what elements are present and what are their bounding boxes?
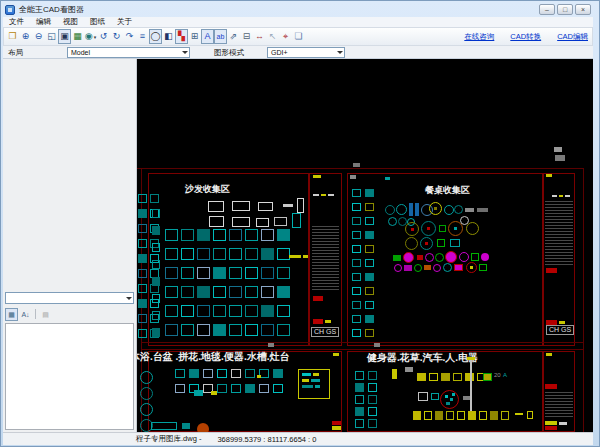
background-toggle-icon[interactable]: ◧: [162, 29, 175, 44]
rotate-180-icon-glyph: ↷: [126, 32, 134, 41]
dining-left-column: [352, 245, 361, 253]
cad-block: [559, 195, 563, 197]
circle-osnap-icon[interactable]: ◯: [149, 29, 162, 44]
fit-view-icon[interactable]: ◱: [45, 29, 58, 44]
rotate-right-icon[interactable]: ↻: [110, 29, 123, 44]
full-extent-icon[interactable]: ▣: [58, 29, 71, 44]
cad-block: [459, 252, 469, 262]
status-filename: 程子专用图库.dwg -: [136, 434, 201, 444]
cad-block: [292, 213, 301, 228]
cad-block: [452, 393, 455, 396]
grid-icon[interactable]: ⊞: [188, 29, 201, 44]
cad-dot: [427, 227, 430, 230]
cad-block: [559, 422, 567, 425]
linetype-icon[interactable]: ab: [214, 29, 227, 44]
cad-block: [450, 239, 460, 247]
sort-alpha-icon[interactable]: A↓: [19, 308, 32, 321]
image-view-icon-glyph: ▦: [73, 32, 82, 41]
sofa-block-grid: [197, 248, 210, 260]
pan-icon[interactable]: ↔: [253, 29, 266, 44]
dining-left-column: [365, 245, 374, 253]
dining-left-column: [365, 329, 374, 337]
cad-block: [439, 225, 446, 232]
properties-list-area[interactable]: [5, 323, 134, 430]
graphics-mode-label: 图形模式: [214, 48, 244, 58]
maximize-button[interactable]: □: [557, 4, 573, 15]
sofa-block-grid: [229, 229, 242, 241]
pan-icon-glyph: ↔: [255, 32, 264, 41]
menu-item-about[interactable]: 关于: [111, 17, 138, 27]
close-button[interactable]: ×: [575, 4, 591, 15]
layout-combo[interactable]: Model: [67, 47, 190, 58]
cad-convert-link[interactable]: CAD转换: [510, 32, 541, 42]
sofa-block-grid: [181, 267, 194, 279]
properties-toolbar: ▦A↓▤: [5, 307, 52, 321]
cad-block: [445, 251, 457, 263]
online-consult-link[interactable]: 在线咨询: [464, 32, 494, 42]
zoom-in-icon[interactable]: ⊕: [19, 29, 32, 44]
cad-block: [332, 426, 341, 430]
cad-block: [559, 321, 565, 324]
cad-block: [483, 373, 492, 381]
cad-block: [374, 343, 380, 347]
sofa-block-grid: [245, 229, 258, 241]
fitness-bottom-row: [413, 411, 421, 420]
cad-block: [545, 426, 557, 430]
properties-combo[interactable]: [5, 292, 134, 304]
zoom-out-icon[interactable]: ⊖: [32, 29, 45, 44]
print-icon[interactable]: ⊟: [240, 29, 253, 44]
image-view-icon[interactable]: ▦: [71, 29, 84, 44]
color-swatch-icon[interactable]: ▚: [175, 29, 188, 44]
open-file-icon[interactable]: ❐: [6, 29, 19, 44]
graphics-mode-combo[interactable]: GDI+: [267, 47, 345, 58]
dining-left-column: [352, 315, 361, 323]
select-icon[interactable]: ↖: [266, 29, 279, 44]
menu-item-edit[interactable]: 编辑: [30, 17, 57, 27]
bath-item-cluster: [217, 369, 227, 378]
sofa-left-column: [138, 194, 147, 203]
cad-edit-link[interactable]: CAD编辑: [557, 32, 588, 42]
cad-block: [394, 264, 402, 272]
sofa-block-grid: [165, 305, 178, 317]
sofa-block-grid: [245, 324, 258, 336]
select-icon-glyph: ↖: [269, 32, 277, 41]
layers-icon-glyph: ≡: [140, 32, 145, 41]
categorized-icon[interactable]: ▦: [5, 308, 18, 321]
text-display-icon[interactable]: A: [201, 29, 214, 44]
cad-canvas[interactable]: 沙发收集区餐桌收集区CH GSCH GS体浴.台盆 .拼花.地毯.便器.水槽.灶…: [137, 59, 593, 432]
cad-block: [396, 204, 407, 215]
rotate-left-icon[interactable]: ↺: [97, 29, 110, 44]
sofa-block-grid: [261, 324, 274, 336]
cad-block: [435, 253, 444, 262]
cad-block: [393, 255, 401, 261]
cad-block: [313, 319, 323, 324]
sofa-chgs-label: CH GS: [311, 327, 339, 337]
export-icon[interactable]: ⇗: [227, 29, 240, 44]
window-buttons: –□×: [539, 4, 591, 15]
sofa-block-grid: [261, 286, 274, 298]
copy-icon-glyph: ❏: [294, 32, 302, 41]
cad-block: [211, 391, 217, 395]
cad-block: [465, 208, 474, 212]
copy-icon[interactable]: ❏: [292, 29, 305, 44]
open-file-icon-glyph: ❐: [8, 32, 16, 41]
sofa-block-grid: [165, 267, 178, 279]
cad-block: [311, 379, 320, 382]
main-area: ▦A↓▤ 沙发收集区餐桌收集区CH GSCH GS体浴.台盆 .拼花.地毯.便器…: [3, 59, 593, 432]
cad-block: [194, 390, 203, 396]
cad-block: [545, 201, 573, 265]
menu-item-sheet[interactable]: 图纸: [84, 17, 111, 27]
menu-item-file[interactable]: 文件: [3, 17, 30, 27]
rotate-180-icon[interactable]: ↷: [123, 29, 136, 44]
cad-block: [409, 203, 413, 216]
layers-icon[interactable]: ≡: [136, 29, 149, 44]
menu-item-view[interactable]: 视图: [57, 17, 84, 27]
color-mode-icon[interactable]: ◉▾: [84, 29, 97, 44]
measure-icon[interactable]: ⌖: [279, 29, 292, 44]
cad-block: [302, 379, 309, 382]
cad-dot: [454, 227, 457, 230]
cad-block: [302, 373, 311, 376]
minimize-button[interactable]: –: [539, 4, 555, 15]
cad-block: [450, 398, 453, 401]
cad-block: [429, 202, 442, 215]
